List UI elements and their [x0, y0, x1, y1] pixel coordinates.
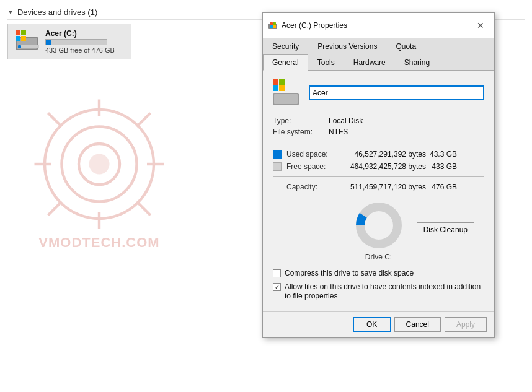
free-space-row: Free space: 464,932,425,728 bytes 433 GB	[273, 160, 484, 173]
properties-dialog: Acer (C:) Properties ✕ Security Previous…	[262, 12, 495, 338]
fs-value: NTFS	[329, 128, 348, 136]
used-space-gb: 43.3 GB	[426, 150, 457, 159]
dialog-footer: OK Cancel Apply	[263, 311, 494, 337]
checkbox-index-row: Allow files on this drive to have conten…	[273, 282, 484, 302]
separator-2	[273, 176, 484, 177]
modal-overlay: Acer (C:) Properties ✕ Security Previous…	[0, 0, 532, 392]
svg-rect-26	[273, 79, 278, 85]
svg-rect-27	[279, 79, 285, 85]
svg-rect-28	[273, 85, 278, 91]
ok-button[interactable]: OK	[353, 317, 391, 332]
svg-point-32	[360, 207, 397, 244]
capacity-label: Capacity:	[286, 183, 336, 191]
fs-label: File system:	[273, 128, 329, 136]
free-space-color	[273, 162, 282, 171]
apply-button[interactable]: Apply	[445, 317, 487, 332]
checkbox-compress-row: Compress this drive to save disk space	[273, 269, 484, 279]
chart-row: Drive C: Disk Cleanup	[273, 196, 484, 264]
dialog-close-button[interactable]: ✕	[473, 18, 488, 33]
type-label: Type:	[273, 116, 329, 125]
tab-previous-versions[interactable]: Previous Versions	[308, 38, 386, 54]
drive-name-input[interactable]	[309, 85, 484, 100]
used-space-row: Used space: 46,527,291,392 bytes 43.3 GB	[273, 148, 484, 160]
type-row: Type: Local Disk	[273, 115, 484, 126]
capacity-gb: 476 GB	[426, 183, 457, 191]
index-checkbox[interactable]	[273, 283, 281, 291]
svg-rect-29	[279, 85, 285, 91]
compress-checkbox[interactable]	[273, 269, 281, 277]
capacity-row: Capacity: 511,459,717,120 bytes 476 GB	[273, 181, 484, 193]
svg-rect-31	[274, 94, 298, 104]
svg-rect-25	[273, 25, 276, 28]
fs-row: File system: NTFS	[273, 126, 484, 137]
tab-hardware[interactable]: Hardware	[344, 54, 395, 70]
used-space-bytes: 46,527,291,392 bytes	[336, 150, 426, 159]
dialog-body: Type: Local Disk File system: NTFS Used …	[263, 71, 494, 311]
type-value: Local Disk	[329, 116, 363, 125]
dialog-title-icon	[268, 20, 278, 30]
dialog-title-text: Acer (C:) Properties	[282, 21, 347, 30]
used-space-color	[273, 150, 282, 159]
cancel-button[interactable]: Cancel	[394, 317, 441, 332]
info-table: Type: Local Disk File system: NTFS	[273, 115, 484, 137]
free-space-gb: 433 GB	[426, 162, 457, 171]
tabs-row-2: General Tools Hardware Sharing	[263, 54, 494, 71]
tab-general[interactable]: General	[263, 54, 308, 71]
tabs-row-1: Security Previous Versions Quota	[263, 38, 494, 54]
capacity-bytes: 511,459,717,120 bytes	[336, 183, 426, 191]
dialog-titlebar: Acer (C:) Properties ✕	[263, 13, 494, 38]
free-space-label: Free space:	[286, 162, 336, 171]
separator-1	[273, 144, 484, 144]
used-space-label: Used space:	[286, 150, 336, 159]
drive-c-label: Drive C:	[365, 253, 392, 261]
tab-sharing[interactable]: Sharing	[395, 54, 439, 70]
dialog-title-left: Acer (C:) Properties	[268, 20, 347, 30]
drive-big-icon	[273, 79, 300, 107]
checkbox-area: Compress this drive to save disk space A…	[273, 269, 484, 302]
index-label: Allow files on this drive to have conten…	[285, 282, 484, 302]
donut-chart	[354, 201, 404, 250]
disk-cleanup-button[interactable]: Disk Cleanup	[417, 222, 474, 237]
chart-area: Drive C:	[354, 201, 404, 261]
compress-label: Compress this drive to save disk space	[285, 269, 414, 279]
tab-quota[interactable]: Quota	[386, 38, 425, 54]
free-space-bytes: 464,932,425,728 bytes	[336, 162, 426, 171]
tab-security[interactable]: Security	[263, 38, 308, 54]
tab-tools[interactable]: Tools	[308, 54, 344, 70]
svg-rect-24	[270, 25, 273, 28]
drive-header-row	[273, 79, 484, 107]
explorer-window: ▼ Devices and drives (1)	[0, 0, 532, 392]
